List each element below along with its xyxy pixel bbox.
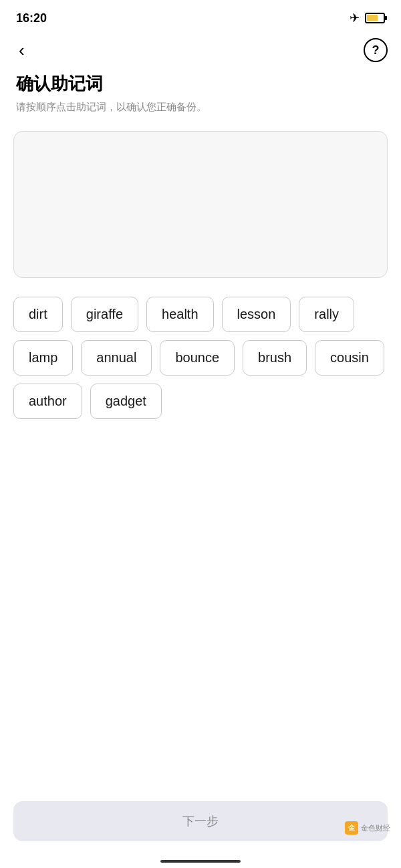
word-pill-bounce[interactable]: bounce	[160, 340, 235, 376]
word-pill-annual[interactable]: annual	[81, 340, 152, 376]
bottom-area: 下一步	[0, 790, 401, 868]
watermark-logo: 金	[345, 821, 358, 835]
word-pill-dirt[interactable]: dirt	[13, 297, 63, 332]
battery-icon	[365, 13, 385, 23]
airplane-icon: ✈	[350, 11, 360, 25]
word-pill-gadget[interactable]: gadget	[90, 384, 162, 419]
next-button[interactable]: 下一步	[13, 801, 388, 841]
nav-bar: ‹ ?	[0, 33, 401, 67]
page-subtitle: 请按顺序点击助记词，以确认您正确备份。	[16, 100, 385, 115]
watermark-text: 金色财经	[361, 823, 390, 833]
word-pill-cousin[interactable]: cousin	[315, 340, 384, 376]
page-title: 确认助记词	[16, 72, 385, 96]
selection-area	[13, 131, 388, 278]
battery-fill	[367, 15, 378, 21]
word-pill-lamp[interactable]: lamp	[13, 340, 73, 376]
word-pill-lesson[interactable]: lesson	[222, 297, 291, 332]
word-pill-rally[interactable]: rally	[299, 297, 354, 332]
word-pill-health[interactable]: health	[146, 297, 214, 332]
back-button[interactable]: ‹	[13, 39, 30, 61]
word-pill-giraffe[interactable]: giraffe	[71, 297, 138, 332]
word-grid: dirtgiraffehealthlessonrallylampannualbo…	[0, 291, 401, 430]
status-icons: ✈	[350, 11, 385, 25]
help-button[interactable]: ?	[364, 38, 388, 62]
watermark: 金 金色财经	[345, 821, 390, 835]
status-time: 16:20	[16, 11, 47, 25]
home-indicator	[160, 860, 241, 863]
page-header: 确认助记词 请按顺序点击助记词，以确认您正确备份。	[0, 67, 401, 126]
word-pill-brush[interactable]: brush	[243, 340, 307, 376]
word-pill-author[interactable]: author	[13, 384, 82, 419]
status-bar: 16:20 ✈	[0, 0, 401, 33]
